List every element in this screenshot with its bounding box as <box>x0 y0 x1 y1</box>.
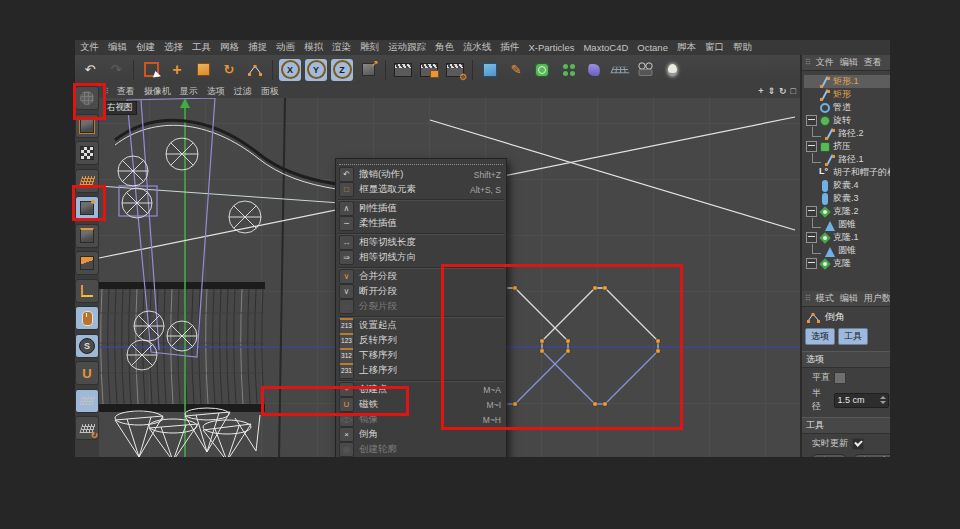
object-row[interactable]: 矩形 <box>804 88 890 101</box>
menubar-item[interactable]: 创建 <box>136 41 155 54</box>
undo-button[interactable]: ↶ <box>78 58 102 82</box>
viewport-menu-item[interactable]: 显示 <box>180 85 198 98</box>
viewport-menu-item[interactable]: 面板 <box>261 85 279 98</box>
object-row[interactable]: 旋转 <box>804 114 890 127</box>
realtime-update-checkbox[interactable] <box>852 438 864 450</box>
context-menu-item[interactable]: ↶撤销(动作)Shift+Z <box>336 167 506 182</box>
deformer-button[interactable] <box>582 58 606 82</box>
attribute-manager-menu-item[interactable]: 模式 <box>816 292 834 305</box>
render-picture-viewer-button[interactable] <box>417 58 441 82</box>
radius-field[interactable]: 1.5 cm <box>834 393 889 408</box>
menubar-item[interactable]: 窗口 <box>705 41 724 54</box>
menubar-item[interactable]: 工具 <box>192 41 211 54</box>
object-row[interactable]: 克隆.2 <box>804 205 890 218</box>
object-row[interactable]: 矩形.1 <box>804 75 890 88</box>
lock-workplane-button[interactable] <box>75 389 99 413</box>
object-manager-menu-item[interactable]: 查看 <box>864 56 882 69</box>
floor-environment-button[interactable] <box>608 58 632 82</box>
snap-button[interactable]: S <box>75 334 99 358</box>
pen-spline-button[interactable]: ✎ <box>504 58 528 82</box>
edges-mode-button[interactable] <box>75 224 99 248</box>
menubar-item[interactable]: 渲染 <box>332 41 351 54</box>
collapse-toggle[interactable] <box>806 141 817 152</box>
object-row[interactable]: 管道 <box>804 101 890 114</box>
context-menu-item-bevel[interactable]: ×倒角 <box>336 427 506 442</box>
magnet-button[interactable]: U <box>75 361 99 385</box>
render-view-button[interactable] <box>391 58 415 82</box>
viewport-menu-item[interactable]: 选项 <box>207 85 225 98</box>
context-menu-item[interactable]: ⇒相等切线方向 <box>336 250 506 265</box>
menubar-item[interactable]: Octane <box>637 42 668 53</box>
render-settings-button[interactable]: ⚙ <box>443 58 467 82</box>
collapse-toggle[interactable] <box>806 206 817 217</box>
axis-mode-button[interactable] <box>75 279 99 303</box>
rotate-workplane-button[interactable]: ↻ <box>75 416 99 440</box>
collapse-toggle[interactable] <box>806 232 817 243</box>
zoom-view-icon[interactable]: ⇕ <box>767 86 775 96</box>
context-menu-item[interactable]: □框显选取元素Alt+S, S <box>336 182 506 197</box>
z-axis-lock-button[interactable]: Z <box>331 59 353 81</box>
context-menu-item[interactable]: ∼柔性插值 <box>336 216 506 231</box>
context-menu-item[interactable]: +创建点M~A <box>336 382 506 397</box>
pan-view-icon[interactable]: + <box>758 86 763 96</box>
context-menu-item[interactable]: ∨断开分段 <box>336 284 506 299</box>
new-transform-button[interactable]: 新的变换 <box>852 454 890 457</box>
context-menu-item[interactable]: ∨合并分段 <box>336 269 506 284</box>
menubar-item[interactable]: 网格 <box>220 41 239 54</box>
light-button[interactable] <box>660 58 684 82</box>
object-row[interactable]: 挤压 <box>804 140 890 153</box>
model-mode-button[interactable] <box>75 114 99 138</box>
make-editable-button[interactable] <box>75 86 99 110</box>
viewport-menu-item[interactable]: 摄像机 <box>144 85 171 98</box>
menubar-item[interactable]: 插件 <box>501 41 520 54</box>
context-menu-item[interactable]: 312下移序列 <box>336 348 506 363</box>
polygons-mode-button[interactable] <box>75 251 99 275</box>
scale-tool-button[interactable] <box>191 58 215 82</box>
collapse-toggle[interactable] <box>806 115 817 126</box>
menubar-item[interactable]: 选择 <box>164 41 183 54</box>
context-menu-item[interactable]: 123反转序列 <box>336 333 506 348</box>
tab-tool[interactable]: 工具 <box>838 328 868 345</box>
attribute-manager-menu-item[interactable]: 用户数据 <box>864 292 890 305</box>
apply-button[interactable]: 应用 <box>810 454 848 457</box>
context-menu-item[interactable]: ↔相等切线长度 <box>336 235 506 250</box>
object-row[interactable]: 圆锥 <box>804 218 890 231</box>
menubar-item[interactable]: 脚本 <box>677 41 696 54</box>
object-row[interactable]: 路径.2 <box>804 127 890 140</box>
texture-mode-button[interactable] <box>75 141 99 165</box>
attribute-manager-menu-item[interactable]: 编辑 <box>840 292 858 305</box>
toggle-view-icon[interactable]: □ <box>791 86 796 96</box>
context-menu-item[interactable]: ∧刚性插值 <box>336 201 506 216</box>
rotate-view-icon[interactable]: ↻ <box>779 86 787 96</box>
points-mode-button[interactable] <box>75 196 99 220</box>
tab-options[interactable]: 选项 <box>805 328 835 345</box>
x-axis-lock-button[interactable]: X <box>279 59 301 81</box>
object-row[interactable]: 圆锥 <box>804 244 890 257</box>
menubar-item[interactable]: 编辑 <box>108 41 127 54</box>
menubar-item[interactable]: 文件 <box>80 41 99 54</box>
menubar-item[interactable]: 运动跟踪 <box>388 41 426 54</box>
object-row[interactable]: 克隆.1 <box>804 231 890 244</box>
viewport-menu-item[interactable]: 过滤 <box>234 85 252 98</box>
menubar-item[interactable]: X-Particles <box>529 42 575 53</box>
context-menu-item[interactable]: U磁铁M~I <box>336 397 506 412</box>
mograph-cloner-button[interactable] <box>556 58 580 82</box>
camera-button[interactable] <box>634 58 658 82</box>
flat-checkbox[interactable] <box>834 372 846 384</box>
last-used-tool-bevel-button[interactable] <box>243 58 267 82</box>
move-tool-button[interactable]: + <box>165 58 189 82</box>
tweak-mode-button[interactable] <box>75 306 99 330</box>
menubar-item[interactable]: 雕刻 <box>360 41 379 54</box>
collapse-toggle[interactable] <box>806 258 817 269</box>
y-axis-lock-button[interactable]: Y <box>305 59 327 81</box>
subdivision-surface-button[interactable] <box>530 58 554 82</box>
redo-button[interactable]: ↷ <box>104 58 128 82</box>
context-menu-item[interactable]: 213设置起点 <box>336 318 506 333</box>
coordinate-system-button[interactable]: ↗ <box>356 58 380 82</box>
menubar-item[interactable]: 角色 <box>435 41 454 54</box>
object-row[interactable]: 路径.1 <box>804 153 890 166</box>
object-manager-menu-item[interactable]: 文件 <box>816 56 834 69</box>
menubar-item[interactable]: MaxtoC4D <box>583 42 628 53</box>
menubar-item[interactable]: 流水线 <box>463 41 492 54</box>
live-selection-tool-button[interactable] <box>139 58 163 82</box>
